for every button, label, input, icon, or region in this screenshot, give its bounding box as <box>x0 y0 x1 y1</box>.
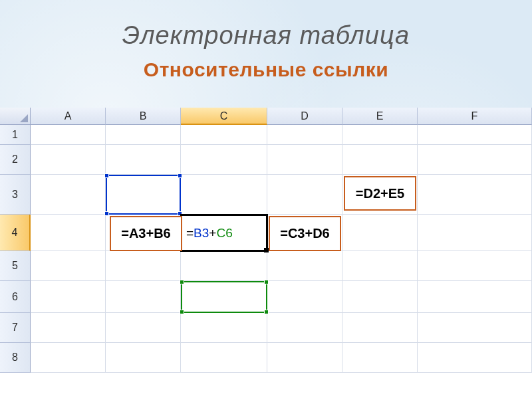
cell-a2[interactable] <box>31 145 106 175</box>
cell-e4[interactable] <box>342 215 418 251</box>
slide: Электронная таблица Относительные ссылки… <box>0 0 532 398</box>
cell-f2[interactable] <box>418 145 532 175</box>
column-header-c[interactable]: C <box>181 108 267 125</box>
column-header-a[interactable]: A <box>31 108 106 125</box>
row-header-1[interactable]: 1 <box>0 125 31 145</box>
cell-d3[interactable] <box>267 175 342 215</box>
cell-f5[interactable] <box>418 251 532 281</box>
cell-e7[interactable] <box>342 313 418 343</box>
row-header-3[interactable]: 3 <box>0 175 31 215</box>
cell-b2[interactable] <box>106 145 181 175</box>
column-header-e[interactable]: E <box>342 108 418 125</box>
cell-b5[interactable] <box>106 251 181 281</box>
cell-b7[interactable] <box>106 313 181 343</box>
cell-a5[interactable] <box>31 251 106 281</box>
column-headers: ABCDEF <box>0 108 532 125</box>
formula-box-b4: =A3+B6 <box>110 216 182 251</box>
row-header-7[interactable]: 7 <box>0 313 31 343</box>
row-header-4[interactable]: 4 <box>0 215 31 251</box>
cell-e2[interactable] <box>342 145 418 175</box>
column-header-f[interactable]: F <box>418 108 532 125</box>
cell-c7[interactable] <box>181 313 267 343</box>
cell-a4[interactable] <box>31 215 106 251</box>
cell-f8[interactable] <box>418 343 532 373</box>
cell-a6[interactable] <box>31 281 106 313</box>
row-header-8[interactable]: 8 <box>0 343 31 373</box>
cell-c5[interactable] <box>181 251 267 281</box>
cell-grid[interactable]: = B3 + C6 =A3+B6 =C3+D6 =D2+E5 <box>31 125 532 398</box>
cell-d8[interactable] <box>267 343 342 373</box>
cell-e6[interactable] <box>342 281 418 313</box>
cell-d5[interactable] <box>267 251 342 281</box>
cell-c1[interactable] <box>181 125 267 145</box>
cell-a3[interactable] <box>31 175 106 215</box>
cell-b1[interactable] <box>106 125 181 145</box>
reference-highlight-c6 <box>181 281 267 313</box>
cell-d2[interactable] <box>267 145 342 175</box>
cell-b8[interactable] <box>106 343 181 373</box>
cell-a8[interactable] <box>31 343 106 373</box>
cell-c2[interactable] <box>181 145 267 175</box>
cell-a7[interactable] <box>31 313 106 343</box>
cell-d7[interactable] <box>267 313 342 343</box>
formula-plus: + <box>209 226 216 241</box>
cell-d6[interactable] <box>267 281 342 313</box>
row-header-2[interactable]: 2 <box>0 145 31 175</box>
cell-f4[interactable] <box>418 215 532 251</box>
row-headers: 12345678 <box>0 125 31 373</box>
reference-highlight-b3 <box>106 175 181 215</box>
row-header-5[interactable]: 5 <box>0 251 31 281</box>
slide-title: Электронная таблица <box>0 21 532 50</box>
spreadsheet: ABCDEF 12345678 = B3 + <box>0 108 532 398</box>
cell-e1[interactable] <box>342 125 418 145</box>
formula-ref-b3: B3 <box>194 226 209 241</box>
select-all-corner[interactable] <box>0 108 31 125</box>
active-cell-c4[interactable]: = B3 + C6 <box>180 214 268 252</box>
row-header-6[interactable]: 6 <box>0 281 31 313</box>
cell-d1[interactable] <box>267 125 342 145</box>
cell-c3[interactable] <box>181 175 267 215</box>
formula-ref-c6: C6 <box>216 226 232 241</box>
cell-f6[interactable] <box>418 281 532 313</box>
formula-box-e3: =D2+E5 <box>344 176 416 211</box>
cell-e8[interactable] <box>342 343 418 373</box>
cell-b6[interactable] <box>106 281 181 313</box>
formula-equals: = <box>186 226 194 241</box>
cell-f1[interactable] <box>418 125 532 145</box>
column-header-d[interactable]: D <box>267 108 342 125</box>
cell-a1[interactable] <box>31 125 106 145</box>
slide-subtitle: Относительные ссылки <box>0 58 532 81</box>
cell-f3[interactable] <box>418 175 532 215</box>
cell-e5[interactable] <box>342 251 418 281</box>
cell-f7[interactable] <box>418 313 532 343</box>
cell-c8[interactable] <box>181 343 267 373</box>
formula-box-d4: =C3+D6 <box>269 216 341 251</box>
column-header-b[interactable]: B <box>106 108 181 125</box>
